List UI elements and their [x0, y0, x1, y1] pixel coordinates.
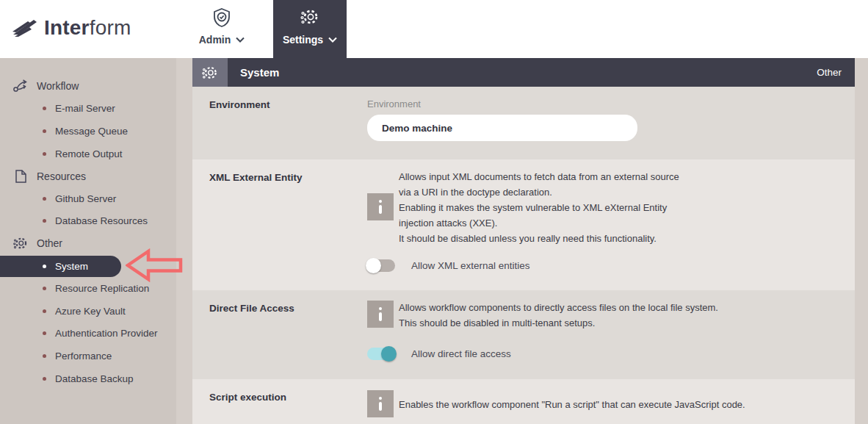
bullet-icon — [43, 197, 46, 201]
sidebar-item-database-resources[interactable]: Database Resources — [0, 210, 176, 233]
page-header: System Other — [192, 58, 855, 87]
sidebar-item-remote-output[interactable]: Remote Output — [0, 143, 176, 165]
sidebar-item-email-server[interactable]: E-mail Server — [0, 98, 176, 121]
info-line: Enabling it makes the system vulnerable … — [399, 200, 679, 215]
row-label: Environment — [209, 99, 270, 110]
chevron-down-icon — [328, 37, 337, 43]
info-text: Allows workflow components to directly a… — [399, 300, 718, 331]
sidebar-item-label: System — [55, 261, 88, 272]
nav-settings-label: Settings — [283, 34, 323, 46]
sidebar-item-label: Github Server — [55, 193, 116, 204]
info-text: Allows input XML documents to fetch data… — [399, 169, 679, 246]
info-line: Allows input XML documents to fetch data… — [399, 169, 679, 184]
bullet-icon — [43, 265, 46, 268]
settings-row-direct-file-access: Direct File Access Allows workflow compo… — [192, 290, 855, 379]
sidebar-item-label: Azure Key Vault — [55, 306, 126, 317]
info-text: Enables the workflow component "Run a sc… — [399, 397, 745, 412]
direct-file-access-toggle[interactable] — [367, 348, 395, 360]
bullet-icon — [43, 309, 46, 313]
bullet-icon — [43, 107, 46, 110]
nav-admin-menu[interactable]: Admin — [185, 6, 258, 58]
info-line: via a URI in the doctype declaration. — [399, 184, 679, 200]
file-icon — [12, 168, 29, 184]
bullet-icon — [43, 331, 46, 335]
sidebar-item-label: Performance — [55, 351, 112, 362]
brand-swoosh-icon — [12, 17, 40, 39]
info-line: Enables the workflow component "Run a sc… — [399, 397, 745, 412]
brand-name: Interform — [44, 16, 131, 40]
environment-field-label: Environment — [367, 98, 421, 109]
bullet-icon — [43, 354, 46, 358]
page-title: System — [240, 58, 279, 87]
bullet-icon — [43, 152, 46, 156]
main-content: System Other Environment Environment XML… — [192, 58, 855, 424]
sidebar-item-label: Authentication Provider — [55, 328, 158, 339]
gear-icon — [201, 64, 219, 82]
brand-logo[interactable]: Interform — [12, 16, 131, 40]
chevron-down-icon — [236, 37, 245, 43]
gear-icon — [12, 235, 29, 251]
row-label: Direct File Access — [209, 303, 294, 314]
settings-row-xml-external-entity: XML External Entity Allows input XML doc… — [192, 159, 855, 290]
row-label: XML External Entity — [209, 172, 303, 183]
sidebar-item-azure-key-vault[interactable]: Azure Key Vault — [0, 300, 176, 323]
sidebar-item-label: Database Backup — [55, 373, 134, 384]
sidebar-item-authentication-provider[interactable]: Authentication Provider — [0, 323, 176, 345]
brand-name-light: form — [90, 16, 131, 39]
sidebar-item-github-server[interactable]: Github Server — [0, 187, 176, 210]
sidebar-item-label: Resource Replication — [55, 283, 149, 294]
sidebar-section-resources[interactable]: Resources — [0, 165, 176, 187]
page-header-category: Other — [817, 58, 842, 87]
sidebar-section-label: Resources — [37, 170, 86, 182]
sidebar-section-label: Other — [37, 237, 62, 249]
bullet-icon — [43, 377, 46, 381]
page-header-gear-iconbox — [192, 58, 228, 87]
sidebar-section-label: Workflow — [37, 80, 79, 92]
sidebar-section-workflow[interactable]: Workflow — [0, 75, 176, 98]
info-icon — [367, 390, 394, 417]
info-line: This should be disabled in multi-tenant … — [399, 315, 718, 331]
settings-row-script-execution: Script execution Enables the workflow co… — [192, 379, 855, 424]
row-label: Script execution — [209, 392, 286, 403]
sidebar-nav: Workflow E-mail Server Message Queue Rem… — [0, 58, 176, 424]
sidebar-item-message-queue[interactable]: Message Queue — [0, 120, 176, 143]
annotation-arrow-icon — [126, 248, 183, 282]
gear-icon — [300, 6, 320, 29]
xml-external-entities-toggle[interactable] — [367, 259, 395, 272]
sidebar-item-label: Database Resources — [55, 215, 148, 226]
top-bar: Interform Admin — [0, 0, 868, 58]
environment-input[interactable] — [367, 115, 637, 141]
sidebar-item-performance[interactable]: Performance — [0, 345, 176, 367]
info-line: injection attacks (XXE). — [399, 215, 679, 231]
toggle-label: Allow direct file access — [411, 348, 511, 359]
settings-row-environment: Environment Environment — [192, 87, 855, 159]
nav-settings-menu[interactable]: Settings — [273, 0, 347, 58]
toggle-label: Allow XML external entities — [411, 260, 530, 271]
info-line: Allows workflow components to directly a… — [399, 300, 718, 315]
sidebar-item-label: Message Queue — [55, 126, 128, 137]
brand-name-bold: Inter — [44, 16, 90, 39]
sidebar-item-label: E-mail Server — [55, 103, 115, 114]
info-icon — [367, 301, 394, 328]
bullet-icon — [43, 287, 46, 290]
info-line: It should be disabled unless you really … — [399, 231, 679, 246]
app-window: Interform Admin — [0, 0, 868, 424]
nav-admin-label: Admin — [199, 34, 231, 46]
sidebar-item-label: Remote Output — [55, 148, 123, 159]
sidebar-item-database-backup[interactable]: Database Backup — [0, 367, 176, 390]
info-icon — [367, 193, 394, 220]
bullet-icon — [43, 129, 46, 133]
shield-check-icon — [212, 6, 231, 29]
workflow-icon — [12, 78, 29, 94]
bullet-icon — [43, 219, 46, 223]
